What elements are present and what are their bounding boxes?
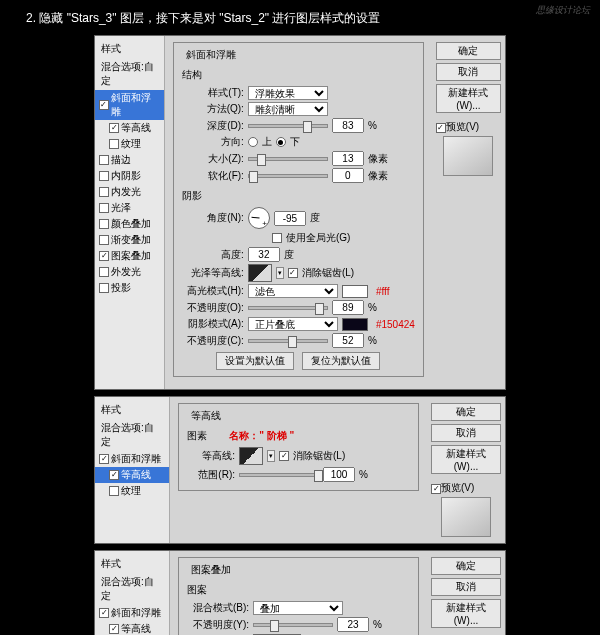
dropdown-icon[interactable]: ▾ [276, 267, 284, 279]
checkbox-icon[interactable] [109, 139, 119, 149]
size-slider[interactable] [248, 157, 328, 161]
angle-input[interactable] [274, 211, 306, 226]
altitude-input[interactable] [248, 247, 280, 262]
highlight-mode-label: 高光模式(H): [182, 284, 244, 298]
highlight-mode-select[interactable]: 滤色 [248, 284, 338, 298]
main-panel: 图案叠加 图案 混合模式(B):叠加 不透明度(Y):% 图案:▾◫ 贴紧原点(… [170, 551, 427, 635]
new-style-button[interactable]: 新建样式(W)... [436, 84, 501, 113]
highlight-opacity-input[interactable] [332, 300, 364, 315]
checkbox-icon[interactable] [99, 454, 109, 464]
checkbox-icon[interactable] [99, 251, 109, 261]
contour-label: 等高线: [187, 449, 235, 463]
checkbox-icon[interactable] [99, 187, 109, 197]
checkbox-icon[interactable] [99, 267, 109, 277]
shadow-opacity-input[interactable] [332, 333, 364, 348]
watermark-text: 思缘设计论坛 [536, 4, 590, 17]
checkbox-icon[interactable] [99, 155, 109, 165]
sidebar-item-bevel[interactable]: 斜面和浮雕 [95, 451, 169, 467]
dropdown-icon[interactable]: ▾ [267, 450, 275, 462]
sidebar-item-patternoverlay[interactable]: 图案叠加 [95, 248, 164, 264]
checkbox-icon[interactable] [109, 486, 119, 496]
sidebar-item-texture[interactable]: 纹理 [95, 136, 164, 152]
right-panel: 确定 取消 新建样式(W)... 预览(V) [432, 36, 505, 389]
antialias-label: 消除锯齿(L) [302, 266, 354, 280]
gloss-contour-picker[interactable] [248, 264, 272, 282]
layer-style-dialog-pattern: 样式 混合选项:自定 斜面和浮雕 等高线 纹理 描边 内阴影 内发光 光泽 颜色… [94, 550, 506, 635]
cancel-button[interactable]: 取消 [436, 63, 501, 81]
direction-up-radio[interactable] [248, 137, 258, 147]
checkbox-icon[interactable] [109, 123, 119, 133]
soften-input[interactable] [332, 168, 364, 183]
range-slider[interactable] [239, 473, 319, 477]
shadow-opacity-slider[interactable] [248, 339, 328, 343]
blend-options-label[interactable]: 混合选项:自定 [95, 419, 169, 451]
checkbox-icon[interactable] [99, 608, 109, 618]
sidebar-item-texture[interactable]: 纹理 [95, 483, 169, 499]
antialias-label: 消除锯齿(L) [293, 449, 345, 463]
blend-mode-select[interactable]: 叠加 [253, 601, 343, 615]
highlight-hex: #fff [376, 286, 390, 297]
up-label: 上 [262, 135, 272, 149]
checkbox-icon[interactable] [99, 171, 109, 181]
contour-picker[interactable] [239, 447, 263, 465]
direction-down-radio[interactable] [276, 137, 286, 147]
pct-label: % [368, 302, 377, 313]
preview-checkbox[interactable] [431, 484, 441, 494]
sidebar-item-contour[interactable]: 等高线 [95, 120, 164, 136]
sidebar-item-contour[interactable]: 等高线 [95, 467, 169, 483]
reset-default-button[interactable]: 复位为默认值 [302, 352, 380, 370]
shadow-mode-select[interactable]: 正片叠底 [248, 317, 338, 331]
ok-button[interactable]: 确定 [436, 42, 501, 60]
depth-slider[interactable] [248, 124, 328, 128]
antialias-checkbox[interactable] [279, 451, 289, 461]
sidebar-item-bevel[interactable]: 斜面和浮雕 [95, 90, 164, 120]
deg-label: 度 [284, 248, 294, 262]
pattern-group: 图案叠加 图案 混合模式(B):叠加 不透明度(Y):% 图案:▾◫ 贴紧原点(… [178, 557, 419, 635]
cancel-button[interactable]: 取消 [431, 424, 501, 442]
checkbox-icon[interactable] [99, 203, 109, 213]
blend-options-label[interactable]: 混合选项:自定 [95, 58, 164, 90]
sidebar-item-satin[interactable]: 光泽 [95, 200, 164, 216]
style-sidebar: 样式 混合选项:自定 斜面和浮雕 等高线 纹理 [95, 397, 170, 543]
px-label: 像素 [368, 152, 388, 166]
soften-slider[interactable] [248, 174, 328, 178]
sidebar-item-innershadow[interactable]: 内阴影 [95, 168, 164, 184]
set-default-button[interactable]: 设置为默认值 [216, 352, 294, 370]
sidebar-item-outerglow[interactable]: 外发光 [95, 264, 164, 280]
antialias-checkbox[interactable] [288, 268, 298, 278]
style-select[interactable]: 浮雕效果 [248, 86, 328, 100]
new-style-button[interactable]: 新建样式(W)... [431, 599, 501, 628]
checkbox-icon[interactable] [99, 100, 109, 110]
sidebar-item-gradientoverlay[interactable]: 渐变叠加 [95, 232, 164, 248]
sidebar-item-dropshadow[interactable]: 投影 [95, 280, 164, 296]
opacity-input[interactable] [337, 617, 369, 632]
highlight-color-swatch[interactable] [342, 285, 368, 298]
global-light-checkbox[interactable] [272, 233, 282, 243]
sidebar-item-stroke[interactable]: 描边 [95, 152, 164, 168]
opacity-label: 不透明度(Y): [187, 618, 249, 632]
depth-input[interactable] [332, 118, 364, 133]
sidebar-item-bevel[interactable]: 斜面和浮雕 [95, 605, 169, 621]
checkbox-icon[interactable] [99, 283, 109, 293]
shadow-color-swatch[interactable] [342, 318, 368, 331]
checkbox-icon[interactable] [109, 624, 119, 634]
technique-select[interactable]: 雕刻清晰 [248, 102, 328, 116]
highlight-opacity-slider[interactable] [248, 306, 328, 310]
down-label: 下 [290, 135, 300, 149]
checkbox-icon[interactable] [99, 235, 109, 245]
blend-options-label[interactable]: 混合选项:自定 [95, 573, 169, 605]
size-input[interactable] [332, 151, 364, 166]
sidebar-item-coloroverlay[interactable]: 颜色叠加 [95, 216, 164, 232]
sidebar-item-innerglow[interactable]: 内发光 [95, 184, 164, 200]
opacity-slider[interactable] [253, 623, 333, 627]
checkbox-icon[interactable] [109, 470, 119, 480]
new-style-button[interactable]: 新建样式(W)... [431, 445, 501, 474]
preview-checkbox[interactable] [436, 123, 446, 133]
ok-button[interactable]: 确定 [431, 557, 501, 575]
cancel-button[interactable]: 取消 [431, 578, 501, 596]
ok-button[interactable]: 确定 [431, 403, 501, 421]
angle-dial-icon[interactable]: + [248, 207, 270, 229]
range-input[interactable] [323, 467, 355, 482]
sidebar-item-contour[interactable]: 等高线 [95, 621, 169, 635]
checkbox-icon[interactable] [99, 219, 109, 229]
